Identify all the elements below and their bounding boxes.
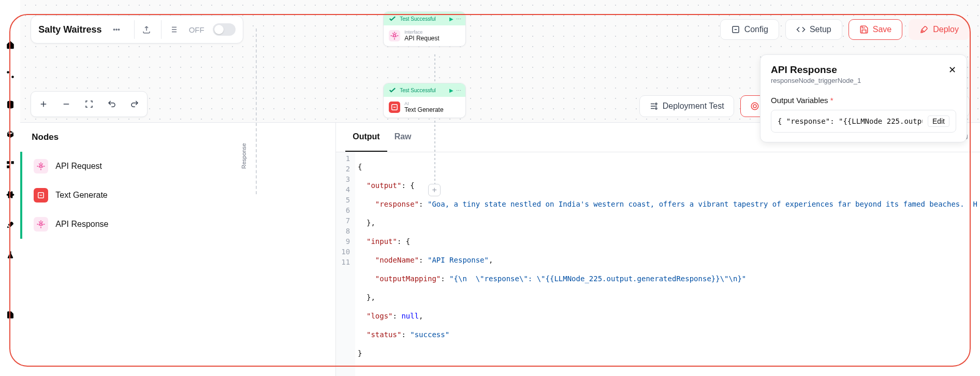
node-menu-icon[interactable]: ⋯ — [456, 88, 461, 93]
tab-raw[interactable]: Raw — [387, 123, 419, 152]
rocket-icon[interactable] — [5, 219, 16, 230]
list-icon[interactable] — [5, 279, 16, 291]
cube-icon[interactable] — [5, 129, 16, 140]
svg-point-18 — [751, 103, 758, 110]
node-name: Text Generate — [404, 106, 443, 113]
fullscreen-icon[interactable] — [79, 94, 99, 114]
response-label: Response — [241, 143, 247, 169]
node-row-label: Text Generate — [55, 191, 108, 200]
field-label: Output Variables * — [771, 96, 956, 105]
undo-icon[interactable] — [101, 94, 122, 114]
flask-icon[interactable] — [5, 249, 16, 261]
file-icon[interactable] — [5, 309, 16, 321]
setup-button[interactable]: Setup — [785, 19, 842, 40]
svg-point-16 — [655, 103, 657, 105]
svg-point-12 — [118, 29, 119, 30]
svg-point-0 — [7, 71, 9, 74]
ai-icon — [389, 102, 400, 113]
node-detail-panel: API Response responseNode_triggerNode_1 … — [760, 54, 967, 142]
node-row-api-request[interactable]: API Request — [20, 152, 335, 181]
nodes-icon[interactable] — [5, 69, 16, 80]
svg-point-17 — [655, 108, 657, 109]
svg-rect-4 — [11, 161, 13, 164]
edit-button[interactable]: Edit — [928, 115, 949, 127]
toggle-label: OFF — [189, 25, 204, 34]
output-variables-field[interactable]: { "response": "{{LLMNode_225.output.gen — [778, 117, 923, 125]
node-type: AI — [404, 101, 443, 106]
zoom-in-icon[interactable] — [33, 94, 54, 114]
svg-point-11 — [116, 29, 117, 30]
output-panel: Output Raw 1234567891011 { "output": { "… — [336, 123, 980, 376]
add-node-button[interactable]: + — [428, 184, 441, 196]
node-row-label: API Request — [55, 162, 102, 171]
node-row-text-generate[interactable]: Text Generate — [20, 181, 335, 210]
left-nav — [0, 0, 20, 376]
svg-rect-3 — [7, 161, 9, 164]
tab-output[interactable]: Output — [345, 123, 387, 152]
close-icon[interactable]: ✕ — [948, 64, 956, 76]
canvas-toolbar — [31, 91, 148, 117]
line-gutter: 1234567891011 — [336, 152, 355, 376]
config-button[interactable]: Config — [720, 19, 779, 40]
svg-point-19 — [753, 105, 756, 108]
save-button[interactable]: Save — [849, 19, 902, 40]
upload-icon[interactable] — [134, 20, 153, 39]
enable-toggle[interactable] — [213, 23, 236, 36]
node-row-api-response[interactable]: API Response — [20, 210, 335, 239]
workflow-title: Salty Waitress — [38, 24, 101, 35]
panel-title: API Response — [771, 64, 861, 76]
list-view-icon[interactable] — [161, 20, 180, 39]
svg-rect-5 — [7, 166, 9, 168]
home-icon[interactable] — [5, 39, 16, 50]
ai-icon — [34, 188, 48, 203]
more-icon[interactable] — [107, 20, 126, 39]
nodes-panel-title: Nodes — [20, 123, 335, 152]
zoom-out-icon[interactable] — [56, 94, 77, 114]
nodes-panel: Nodes API Request Text Generate API Resp… — [20, 123, 336, 376]
panel-subtitle: responseNode_triggerNode_1 — [771, 77, 861, 84]
node-row-label: API Response — [55, 220, 108, 229]
database-icon[interactable] — [5, 99, 16, 110]
deploy-button[interactable]: Deploy — [909, 19, 970, 40]
title-bar: Salty Waitress OFF — [31, 16, 243, 44]
interface-icon — [34, 217, 48, 232]
redo-icon[interactable] — [124, 94, 145, 114]
blocks-icon[interactable] — [5, 159, 16, 170]
node-status: Test Successful — [400, 88, 435, 93]
deployment-test-button[interactable]: Deployment Test — [639, 95, 734, 117]
interface-icon — [34, 159, 48, 173]
canvas-node-text-generate[interactable]: Test Successful ▶ ⋯ AI Text Generate — [383, 83, 466, 118]
play-icon[interactable]: ▶ — [449, 88, 454, 93]
svg-point-1 — [11, 76, 14, 78]
atom-icon[interactable] — [5, 189, 16, 200]
divider-line — [256, 28, 257, 194]
svg-point-10 — [113, 29, 114, 30]
